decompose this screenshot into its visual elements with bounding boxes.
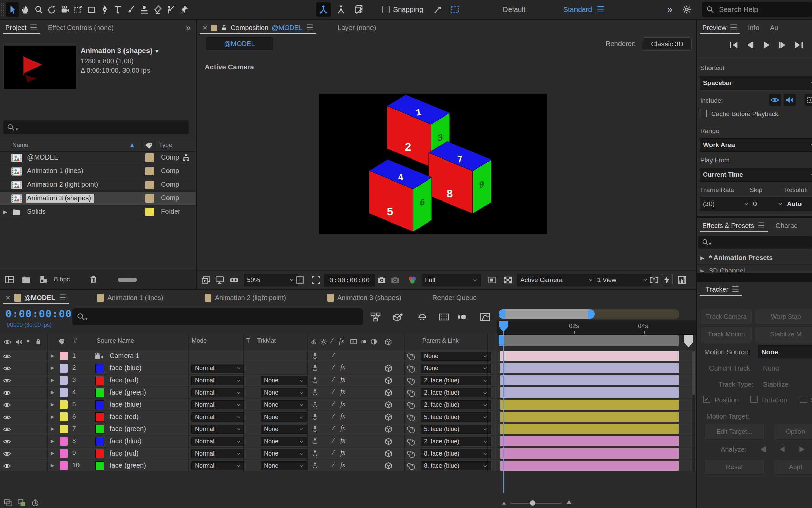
preset-category-animation-presets[interactable]: ▶ * Animation Presets — [697, 253, 812, 264]
project-item-row[interactable]: Animation 3 (shapes)Comp — [0, 192, 196, 205]
include-audio-toggle[interactable] — [784, 94, 796, 106]
column-mode[interactable]: Mode — [191, 337, 207, 344]
quality-switch[interactable] — [311, 438, 319, 445]
world-axis-mode[interactable] — [334, 2, 348, 17]
layer-color-swatch[interactable] — [95, 461, 104, 470]
video-toggle[interactable] — [3, 364, 11, 373]
channels-icon[interactable] — [407, 275, 418, 285]
effects-switch[interactable]: fx — [340, 375, 345, 384]
panel-overflow-icon[interactable]: » — [186, 23, 191, 33]
timeline-scrollbar[interactable] — [692, 350, 695, 472]
footer-scrollbar[interactable] — [118, 278, 137, 282]
tab-preview[interactable]: Preview ☰ — [697, 20, 743, 35]
tab-layer[interactable]: Layer (none) — [332, 20, 381, 35]
blend-mode-dropdown[interactable]: Normal — [191, 412, 244, 422]
trkmat-dropdown[interactable]: None — [261, 449, 307, 458]
project-search-field[interactable]: ▾ — [3, 120, 189, 134]
blend-mode-dropdown[interactable]: Normal — [191, 437, 244, 446]
video-toggle[interactable] — [3, 389, 11, 397]
quality-switch[interactable] — [311, 364, 319, 372]
layer-duration-bar[interactable] — [500, 448, 679, 459]
layer-duration-bar[interactable] — [500, 351, 679, 361]
pickwhip-icon[interactable] — [407, 425, 416, 433]
snapshot-icon[interactable] — [377, 275, 386, 285]
pickwhip-icon[interactable] — [407, 462, 416, 470]
lock-open-icon[interactable] — [221, 24, 227, 31]
parent-dropdown[interactable]: None — [421, 352, 491, 361]
warp-stabilizer-button[interactable]: Warp Stab — [755, 309, 812, 324]
parent-dropdown[interactable]: 2. face (blue) — [421, 376, 491, 385]
quality-switch[interactable] — [311, 352, 319, 360]
label-color-chip[interactable] — [145, 153, 154, 162]
edit-target-button[interactable]: Edit Target... — [704, 424, 764, 440]
mask-visibility-icon[interactable] — [450, 5, 460, 14]
expand-icon[interactable]: ▶ — [51, 353, 54, 358]
video-toggle[interactable] — [3, 413, 11, 421]
expand-layer-switches-icon[interactable] — [3, 498, 13, 507]
region-of-interest-icon[interactable] — [311, 275, 321, 285]
zoom-in-mountain-icon[interactable] — [565, 499, 573, 505]
composition-canvas[interactable]: 123789456 — [319, 94, 547, 234]
tool-rotation[interactable] — [46, 2, 58, 17]
layer-name[interactable]: face (green) — [110, 388, 146, 396]
layer-duration-bar[interactable] — [500, 375, 679, 385]
quality-slash-switch[interactable]: ∕ — [333, 400, 334, 408]
tab-composition[interactable]: ✕ Composition @MODEL ☰ — [197, 20, 319, 35]
layer-row[interactable]: ▶7face (green)NormalNone∕fx5. face (blue… — [0, 423, 696, 436]
help-search-field[interactable]: Search Help — [702, 2, 812, 17]
threed-switch[interactable] — [384, 437, 393, 446]
blend-mode-dropdown[interactable]: Normal — [191, 376, 244, 385]
expand-icon[interactable]: ▶ — [700, 255, 704, 261]
layer-duration-bar[interactable] — [500, 412, 679, 422]
parent-dropdown[interactable]: 8. face (blue) — [421, 449, 491, 458]
timeline-zoom-slider[interactable] — [510, 503, 562, 504]
project-item-name[interactable]: Animation 2 (light point) — [27, 181, 98, 188]
threed-switch[interactable] — [384, 449, 393, 458]
tool-type[interactable] — [112, 2, 124, 17]
viewer-timecode-chip[interactable]: 0:00:00:00 — [324, 274, 375, 287]
tool-puppet-pin[interactable] — [178, 2, 190, 17]
quality-switch[interactable] — [311, 377, 319, 384]
layer-color-swatch[interactable] — [95, 376, 104, 385]
expand-icon[interactable]: ▶ — [51, 389, 54, 395]
resolution-dropdown[interactable]: Auto — [784, 197, 812, 211]
project-item-row[interactable]: @MODELComp — [0, 151, 196, 165]
analyze-backward-button[interactable] — [778, 445, 787, 454]
rotation-checkbox[interactable] — [750, 396, 758, 403]
expand-icon[interactable]: ▶ — [51, 463, 54, 468]
quality-switch[interactable] — [311, 413, 319, 421]
layer-color-swatch[interactable] — [95, 437, 104, 446]
effects-switch[interactable]: fx — [340, 400, 345, 408]
panel-menu-icon[interactable]: ☰ — [732, 285, 739, 293]
layer-color-swatch[interactable] — [95, 449, 104, 458]
label-color-chip[interactable] — [60, 388, 68, 397]
panel-menu-icon[interactable]: ☰ — [59, 294, 66, 302]
project-item-name[interactable]: Animation 3 (shapes) — [26, 194, 94, 203]
panel-menu-icon[interactable]: ☰ — [758, 221, 765, 230]
zoom-slider-thumb[interactable] — [530, 500, 535, 506]
expand-icon[interactable]: ▶ — [51, 377, 54, 383]
view-dropdown[interactable]: Active Camera — [517, 274, 597, 286]
pixel-aspect-icon[interactable] — [677, 275, 687, 285]
position-checkbox[interactable]: ✓ — [703, 396, 710, 403]
layer-row[interactable]: ▶10face (green)NormalNone∕fx8. face (blu… — [0, 460, 696, 472]
close-icon[interactable]: ✕ — [202, 24, 208, 32]
share-view-icon[interactable] — [649, 275, 659, 285]
tool-selection[interactable] — [6, 2, 19, 17]
workspace-default[interactable]: Default — [503, 5, 525, 14]
layer-name[interactable]: face (red) — [110, 449, 139, 457]
analyze-forward-button[interactable] — [797, 445, 806, 454]
channels-dropdown[interactable]: Full — [422, 274, 481, 286]
column-number[interactable]: # — [74, 337, 77, 344]
timeline-tab[interactable]: Animation 1 (lines) — [92, 290, 169, 305]
expand-icon[interactable]: ▶ — [51, 438, 54, 444]
layer-color-swatch[interactable] — [95, 364, 104, 373]
label-color-chip[interactable] — [145, 208, 154, 216]
layer-row[interactable]: ▶4face (green)NormalNone∕fx2. face (blue… — [0, 387, 696, 399]
parent-dropdown[interactable]: 5. face (blue) — [421, 412, 491, 422]
parent-dropdown[interactable]: 2. face (blue) — [421, 388, 491, 397]
video-toggle[interactable] — [3, 425, 11, 433]
time-ruler[interactable]: 0s 02s 04s — [497, 320, 696, 335]
layer-color-swatch[interactable] — [95, 388, 104, 397]
project-item-row[interactable]: Animation 1 (lines)Comp — [0, 165, 196, 178]
